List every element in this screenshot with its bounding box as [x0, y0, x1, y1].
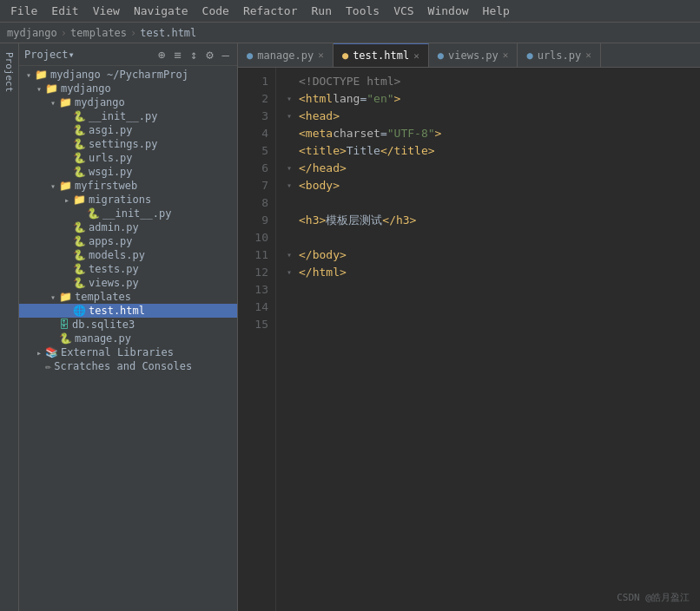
- menu-run[interactable]: Run: [305, 3, 339, 19]
- tab-manage-py[interactable]: ●manage.py✕: [238, 43, 333, 67]
- line-num-1: 1: [243, 73, 268, 90]
- code-line-11: ▾ </body>: [287, 246, 690, 264]
- line-num-12: 12: [243, 264, 268, 281]
- menu-tools[interactable]: Tools: [339, 3, 386, 19]
- tree-item-wsgi[interactable]: 🐍wsgi.py: [19, 165, 237, 179]
- fold-arrow-11[interactable]: ▾: [287, 246, 299, 264]
- tab-close-test-html[interactable]: ✕: [413, 50, 419, 62]
- tab-test-html[interactable]: ●test.html✕: [333, 43, 429, 67]
- fold-arrow-15: [287, 316, 299, 333]
- tree-item-mydjango-inner[interactable]: ▾📁mydjango: [19, 95, 237, 109]
- menubar: File Edit View Navigate Code Refactor Ru…: [0, 0, 700, 23]
- code-line-13: [287, 281, 690, 299]
- tree-item-models[interactable]: 🐍models.py: [19, 248, 237, 262]
- fold-arrow-10: [287, 229, 299, 246]
- line-num-14: 14: [243, 299, 268, 316]
- breadcrumb-file[interactable]: test.html: [140, 27, 196, 39]
- menu-refactor[interactable]: Refactor: [236, 3, 305, 19]
- tree-item-root[interactable]: ▾📁mydjango ~/PycharmProj: [19, 68, 237, 82]
- tree-item-views1[interactable]: 🐍views.py: [19, 276, 237, 290]
- tree-item-asgi[interactable]: 🐍asgi.py: [19, 123, 237, 137]
- line-num-15: 15: [243, 316, 268, 333]
- tree-item-mydjango-root[interactable]: ▾📁mydjango: [19, 82, 237, 95]
- project-toolbar: Project▾ ⊕ ≡ ↕ ⚙ —: [19, 43, 237, 66]
- tree-item-templates[interactable]: ▾📁templates: [19, 290, 237, 304]
- menu-view[interactable]: View: [86, 3, 127, 19]
- tab-urls-py[interactable]: ●urls.py✕: [518, 43, 600, 67]
- line-num-9: 9: [243, 212, 268, 229]
- tree-item-test-html[interactable]: 🌐test.html: [19, 304, 237, 318]
- fold-arrow-6[interactable]: ▾: [287, 160, 299, 177]
- tree-item-init1[interactable]: 🐍__init__.py: [19, 109, 237, 123]
- code-line-6: ▾ </head>: [287, 160, 690, 177]
- tree-item-tests[interactable]: 🐍tests.py: [19, 262, 237, 276]
- tree-item-myfirstweb[interactable]: ▾📁myfirstweb: [19, 179, 237, 193]
- tree-item-migrations[interactable]: ▸📁migrations: [19, 193, 237, 207]
- code-content[interactable]: <!DOCTYPE html>▾<html lang="en">▾ <head>…: [276, 68, 700, 611]
- menu-edit[interactable]: Edit: [44, 3, 85, 19]
- tree-item-ext-libs[interactable]: ▸📚External Libraries: [19, 345, 237, 359]
- line-num-4: 4: [243, 125, 268, 142]
- fold-arrow-12[interactable]: ▾: [287, 264, 299, 281]
- tree-item-scratches[interactable]: ✏Scratches and Consoles: [19, 359, 237, 373]
- menu-code[interactable]: Code: [195, 3, 236, 19]
- breadcrumb-templates[interactable]: templates: [70, 27, 127, 39]
- tree-item-manage[interactable]: 🐍manage.py: [19, 332, 237, 345]
- file-tree: ▾📁mydjango ~/PycharmProj▾📁mydjango▾📁mydj…: [19, 66, 237, 611]
- code-line-4: <meta charset="UTF-8">: [287, 125, 690, 142]
- fold-arrow-2[interactable]: ▾: [287, 90, 299, 108]
- tab-close-manage-py[interactable]: ✕: [318, 49, 324, 61]
- tree-item-db[interactable]: 🗄db.sqlite3: [19, 318, 237, 332]
- code-line-2: ▾<html lang="en">: [287, 90, 690, 108]
- tree-item-settings[interactable]: 🐍settings.py: [19, 137, 237, 151]
- main-layout: Project Project▾ ⊕ ≡ ↕ ⚙ — ▾📁mydjango ~/…: [0, 43, 700, 611]
- project-panel-toggle[interactable]: Project: [0, 43, 19, 611]
- toolbar-sort-icon[interactable]: ↕: [188, 47, 200, 62]
- menu-window[interactable]: Window: [421, 3, 476, 19]
- toolbar-settings-icon[interactable]: ⚙: [203, 47, 215, 62]
- line-num-6: 6: [243, 160, 268, 177]
- project-toolbar-title: Project▾: [24, 49, 152, 61]
- fold-arrow-14: [287, 299, 299, 316]
- toolbar-list-icon[interactable]: ≡: [171, 47, 183, 62]
- tree-item-urls1[interactable]: 🐍urls.py: [19, 151, 237, 165]
- editor-tabs: ●manage.py✕●test.html✕●views.py✕●urls.py…: [238, 43, 700, 68]
- fold-arrow-1: [287, 73, 299, 90]
- line-numbers: 123456789101112131415: [238, 68, 276, 611]
- menu-help[interactable]: Help: [476, 3, 517, 19]
- fold-arrow-7[interactable]: ▾: [287, 177, 299, 194]
- tree-item-admin[interactable]: 🐍admin.py: [19, 220, 237, 234]
- toolbar-minimize-icon[interactable]: —: [220, 47, 232, 62]
- code-line-1: <!DOCTYPE html>: [287, 73, 690, 90]
- toolbar-add-icon[interactable]: ⊕: [155, 47, 168, 62]
- menu-vcs[interactable]: VCS: [386, 3, 420, 19]
- line-num-5: 5: [243, 142, 268, 160]
- line-num-10: 10: [243, 229, 268, 246]
- tab-close-views-py[interactable]: ✕: [503, 49, 509, 61]
- menu-navigate[interactable]: Navigate: [127, 3, 195, 19]
- code-line-3: ▾ <head>: [287, 108, 690, 125]
- fold-arrow-4: [287, 125, 299, 142]
- menu-file[interactable]: File: [3, 3, 44, 19]
- tree-item-apps[interactable]: 🐍apps.py: [19, 234, 237, 248]
- tab-close-urls-py[interactable]: ✕: [585, 49, 591, 61]
- line-num-13: 13: [243, 281, 268, 299]
- editor-area: ●manage.py✕●test.html✕●views.py✕●urls.py…: [238, 43, 700, 611]
- tree-item-init2[interactable]: 🐍__init__.py: [19, 207, 237, 220]
- code-line-10: [287, 229, 690, 246]
- fold-arrow-13: [287, 281, 299, 299]
- tab-views-py[interactable]: ●views.py✕: [429, 43, 518, 67]
- breadcrumb-mydjango[interactable]: mydjango: [7, 27, 57, 39]
- line-num-8: 8: [243, 194, 268, 212]
- code-editor[interactable]: 123456789101112131415 <!DOCTYPE html>▾<h…: [238, 68, 700, 611]
- code-line-12: ▾ </html>: [287, 264, 690, 281]
- line-num-3: 3: [243, 108, 268, 125]
- fold-arrow-8: [287, 194, 299, 212]
- code-line-15: [287, 316, 690, 333]
- breadcrumb: mydjango › templates › test.html: [0, 23, 700, 43]
- fold-arrow-5: [287, 142, 299, 160]
- code-line-7: ▾ <body>: [287, 177, 690, 194]
- fold-arrow-3[interactable]: ▾: [287, 108, 299, 125]
- line-num-11: 11: [243, 246, 268, 264]
- line-num-7: 7: [243, 177, 268, 194]
